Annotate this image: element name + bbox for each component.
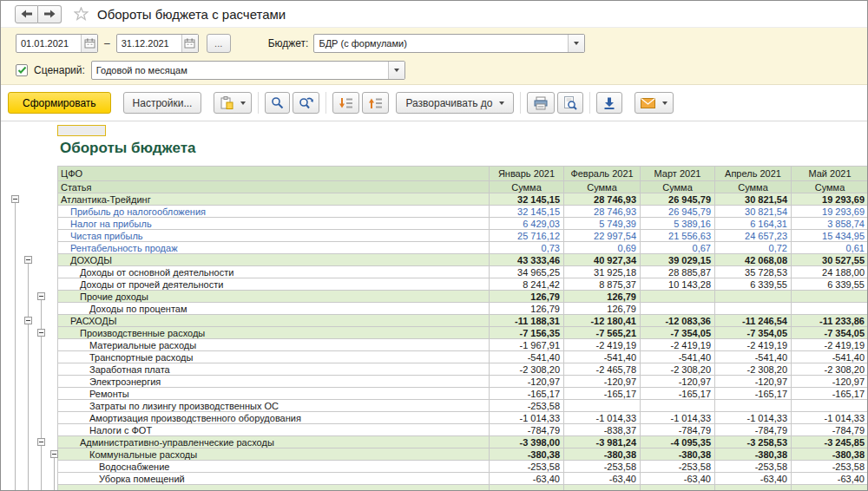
report-cell[interactable]: 39 029,15 [641, 254, 715, 266]
period-from-input[interactable] [16, 35, 81, 52]
collapse-toggle[interactable] [24, 256, 32, 264]
report-cell-partial[interactable] [792, 485, 867, 490]
report-cell[interactable]: 28 746,93 [564, 206, 641, 218]
scenario-combobox[interactable]: Годовой по месяцам [91, 61, 405, 80]
row-label[interactable]: Атлантика-Трейдинг [58, 193, 490, 206]
selected-cell-marker[interactable] [57, 125, 106, 136]
report-cell[interactable]: -63,40 [641, 473, 715, 485]
row-label[interactable]: Уборка помещений [58, 473, 490, 485]
calendar-icon[interactable] [181, 35, 198, 52]
chevron-down-icon[interactable] [568, 35, 584, 52]
report-cell[interactable]: 126,79 [490, 303, 564, 315]
report-cell[interactable] [641, 303, 715, 315]
report-cell[interactable]: -120,97 [641, 376, 715, 388]
report-cell[interactable]: -1 014,33 [564, 412, 641, 424]
report-cell[interactable]: 30 821,54 [715, 193, 792, 206]
back-button[interactable] [15, 5, 38, 23]
search-next-button[interactable] [293, 92, 319, 114]
report-cell[interactable]: 0,72 [715, 242, 792, 254]
report-cell[interactable]: -541,40 [641, 351, 715, 363]
report-cell-partial[interactable] [641, 485, 715, 490]
expand-to-button[interactable]: Разворачивать до [396, 92, 514, 114]
report-cell[interactable]: 6 339,55 [715, 278, 792, 291]
report-cell[interactable]: -2 465,78 [564, 363, 641, 376]
report-cell[interactable] [715, 291, 792, 303]
report-cell[interactable]: -1 014,33 [792, 412, 867, 424]
scenario-checkbox[interactable] [16, 64, 28, 76]
search-button[interactable] [265, 92, 290, 114]
report-cell[interactable]: -165,17 [715, 388, 792, 400]
column-header-article[interactable]: Статья [58, 181, 490, 193]
report-cell[interactable]: -784,79 [490, 424, 564, 436]
report-cell[interactable]: -838,37 [564, 424, 641, 436]
row-label[interactable]: Чистая прибыль [58, 230, 490, 242]
report-cell[interactable] [715, 303, 792, 315]
report-cell[interactable]: 10 143,28 [641, 278, 715, 291]
send-mail-button[interactable] [635, 92, 674, 114]
generate-button[interactable]: Сформировать [8, 92, 111, 114]
column-header-sum[interactable]: Сумма [564, 181, 641, 193]
report-cell[interactable]: 28 746,93 [564, 193, 641, 206]
report-cell[interactable]: -784,79 [792, 424, 867, 436]
row-label[interactable]: Амортизация производственного оборудован… [58, 412, 490, 424]
report-cell[interactable]: -253,58 [490, 461, 564, 473]
row-label[interactable]: Доходы от прочей деятельности [58, 278, 490, 291]
report-cell[interactable]: -253,58 [715, 461, 792, 473]
report-cell[interactable]: 8 241,42 [490, 278, 564, 291]
row-label[interactable]: Ремонты [58, 388, 490, 400]
report-cell[interactable]: -12 180,41 [564, 315, 641, 327]
report-cell[interactable]: 30 821,54 [715, 206, 792, 218]
report-cell[interactable]: 28 885,87 [641, 266, 715, 278]
collapse-toggle[interactable] [37, 438, 45, 446]
row-label[interactable]: ДОХОДЫ [58, 254, 490, 266]
row-label[interactable]: Материальные расходы [58, 339, 490, 351]
report-cell[interactable]: -4 095,35 [641, 436, 715, 448]
report-cell[interactable]: -7 565,21 [564, 327, 641, 339]
report-cell[interactable]: -12 083,36 [641, 315, 715, 327]
report-cell[interactable]: 0,73 [490, 242, 564, 254]
report-cell[interactable] [715, 400, 792, 412]
report-cell[interactable]: -541,40 [715, 351, 792, 363]
row-label[interactable]: Коммунальные расходы [58, 448, 490, 461]
report-cell[interactable]: -120,97 [564, 376, 641, 388]
column-header-month[interactable]: Апрель 2021 [715, 167, 792, 181]
report-cell[interactable]: -120,97 [715, 376, 792, 388]
forward-button[interactable] [38, 5, 62, 23]
settings-button[interactable]: Настройки... [123, 92, 202, 114]
report-cell[interactable]: 43 333,46 [490, 254, 564, 266]
report-cell[interactable] [792, 291, 867, 303]
report-cell[interactable]: -11 188,31 [490, 315, 564, 327]
report-cell[interactable]: -1 014,33 [641, 412, 715, 424]
report-cell[interactable]: -7 156,35 [490, 327, 564, 339]
report-cell[interactable]: -7 354,05 [792, 327, 867, 339]
report-cell[interactable]: 0,69 [564, 242, 641, 254]
row-label[interactable]: Налоги с ФОТ [58, 424, 490, 436]
print-preview-button[interactable] [557, 92, 583, 114]
period-more-button[interactable]: ... [207, 34, 231, 53]
row-label[interactable]: Административно-управленческие расходы [58, 436, 490, 448]
report-cell-partial[interactable] [715, 485, 792, 490]
row-label[interactable]: Рентабельность продаж [58, 242, 490, 254]
report-cell[interactable]: 5 749,39 [564, 218, 641, 230]
report-cell[interactable]: -784,79 [715, 424, 792, 436]
report-cell[interactable]: -165,17 [490, 388, 564, 400]
row-label[interactable]: Доходы от основной деятельности [58, 266, 490, 278]
print-button[interactable] [527, 92, 555, 114]
report-cell[interactable]: 126,79 [490, 291, 564, 303]
report-cell[interactable]: 6 429,03 [490, 218, 564, 230]
report-cell[interactable]: 19 293,69 [792, 206, 867, 218]
period-to-field[interactable] [116, 34, 199, 53]
column-header-cfo[interactable]: ЦФО [58, 167, 490, 181]
report-cell[interactable]: -541,40 [564, 351, 641, 363]
row-label[interactable]: Транспортные расходы [58, 351, 490, 363]
report-cell[interactable]: -120,97 [490, 376, 564, 388]
report-cell[interactable]: 15 434,95 [792, 230, 867, 242]
row-label[interactable]: Прочие доходы [58, 291, 490, 303]
period-to-input[interactable] [117, 35, 181, 52]
row-label[interactable]: Водоснабжение [58, 461, 490, 473]
report-cell[interactable]: -3 258,53 [715, 436, 792, 448]
collapse-all-button[interactable] [362, 92, 389, 114]
collapse-toggle[interactable] [37, 292, 45, 300]
column-header-month[interactable]: Январь 2021 [490, 167, 564, 181]
report-cell[interactable]: -541,40 [490, 351, 564, 363]
